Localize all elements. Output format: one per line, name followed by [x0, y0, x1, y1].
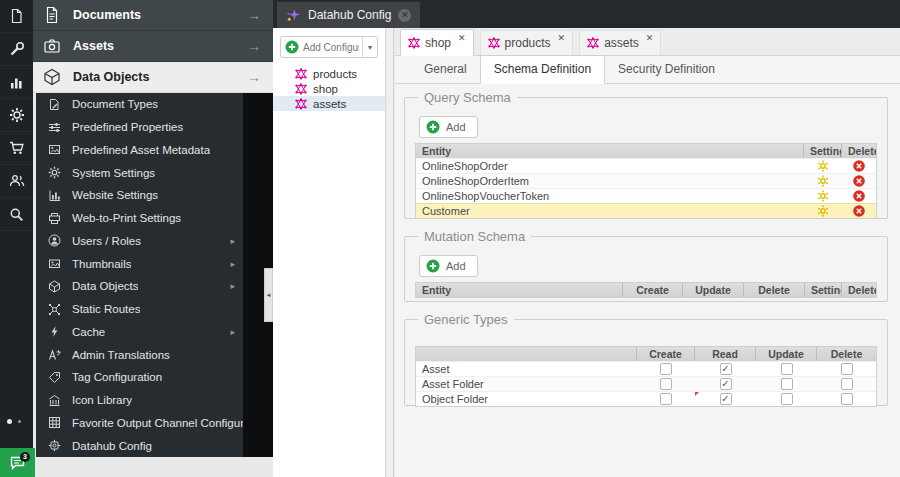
- column-header-delete[interactable]: Delete: [744, 283, 805, 297]
- read-cell-modified[interactable]: [695, 392, 756, 406]
- delete-cell[interactable]: [817, 362, 876, 376]
- graphql-icon: [295, 98, 307, 110]
- delete-button[interactable]: [842, 159, 876, 173]
- configuration-tree: products shop assets: [273, 66, 385, 111]
- camera-icon: [43, 37, 61, 55]
- create-cell[interactable]: [637, 392, 695, 406]
- documents-rail-button[interactable]: [0, 0, 33, 33]
- sidebar-item-data-objects[interactable]: Data Objects ▸: [36, 275, 243, 298]
- add-configuration-button[interactable]: Add Configuration ▾: [280, 36, 378, 58]
- sidebar-item-favorite-output-channel-configurations[interactable]: Favorite Output Channel Configurations: [36, 412, 243, 435]
- sidebar-item-admin-translations[interactable]: Admin Translations: [36, 343, 243, 366]
- column-header-read[interactable]: Read: [695, 347, 756, 361]
- column-header-update[interactable]: Update: [683, 283, 744, 297]
- tree-item-shop[interactable]: shop: [273, 81, 385, 96]
- update-cell[interactable]: [756, 362, 817, 376]
- reports-rail-button[interactable]: [0, 66, 33, 99]
- delete-cell[interactable]: [817, 392, 876, 406]
- delete-cell[interactable]: [817, 377, 876, 391]
- sidebar-item-static-routes[interactable]: Static Routes: [36, 298, 243, 321]
- menu-section-data-objects[interactable]: Data Objects →: [33, 62, 273, 93]
- sidebar-item-system-settings[interactable]: System Settings: [36, 161, 243, 184]
- delete-button[interactable]: [842, 174, 876, 188]
- generic-types-grid: Create Read Update Delete Asset Asset Fo…: [415, 346, 877, 407]
- tree-item-products[interactable]: products: [273, 66, 385, 81]
- column-header-delete[interactable]: Delete: [817, 347, 876, 361]
- table-row[interactable]: OnlineShopOrderItem: [416, 173, 876, 188]
- column-header-entity[interactable]: Entity: [416, 144, 804, 158]
- checkbox: [720, 363, 732, 375]
- graphql-icon: [587, 37, 599, 49]
- read-cell[interactable]: [695, 362, 756, 376]
- ecommerce-rail-button[interactable]: [0, 132, 33, 165]
- sidebar-item-predefined-asset-metadata[interactable]: Predefined Asset Metadata: [36, 139, 243, 162]
- sidebar-item-thumbnails[interactable]: Thumbnails ▸: [36, 252, 243, 275]
- tab-schema-definition[interactable]: Schema Definition: [480, 55, 605, 84]
- menu-section-assets[interactable]: Assets →: [33, 31, 273, 62]
- tab-general[interactable]: General: [411, 56, 480, 83]
- create-cell[interactable]: [637, 362, 695, 376]
- close-icon[interactable]: ✕: [458, 33, 466, 43]
- tab-security-definition[interactable]: Security Definition: [605, 56, 728, 83]
- settings-rail-button[interactable]: [0, 99, 33, 132]
- create-cell[interactable]: [637, 377, 695, 391]
- settings-button[interactable]: [804, 204, 842, 218]
- update-cell[interactable]: [756, 392, 817, 406]
- tab-assets[interactable]: assets ✕: [579, 30, 661, 55]
- table-row: Asset: [416, 361, 876, 376]
- column-header-settings[interactable]: Settings: [804, 144, 842, 158]
- table-row[interactable]: OnlineShopVoucherToken: [416, 188, 876, 203]
- sidebar-item-predefined-properties[interactable]: Predefined Properties: [36, 116, 243, 139]
- more-indicator: [7, 419, 21, 424]
- settings-button[interactable]: [804, 159, 842, 173]
- column-header-update[interactable]: Update: [756, 347, 817, 361]
- sidebar-item-users-roles[interactable]: Users / Roles ▸: [36, 230, 243, 253]
- delete-button[interactable]: [842, 204, 876, 218]
- column-header-entity[interactable]: Entity: [416, 283, 623, 297]
- query-schema-add-button[interactable]: Add: [419, 116, 478, 138]
- menu-section-documents[interactable]: Documents →: [33, 0, 273, 31]
- search-rail-button[interactable]: [0, 198, 33, 231]
- sidebar-item-website-settings[interactable]: Website Settings: [36, 184, 243, 207]
- definition-tabs: General Schema Definition Security Defin…: [395, 56, 900, 84]
- panel-collapse-handle[interactable]: ◂: [264, 268, 273, 322]
- settings-button[interactable]: [804, 174, 842, 188]
- table-row-selected[interactable]: Customer: [416, 203, 876, 218]
- panel-splitter[interactable]: [387, 28, 394, 477]
- sidebar-item-document-types[interactable]: Document Types: [36, 93, 243, 116]
- grid-icon: [47, 416, 61, 430]
- sidebar-item-icon-library[interactable]: Icon Library: [36, 389, 243, 412]
- users-rail-button[interactable]: [0, 165, 33, 198]
- file-icon: [9, 8, 24, 24]
- notifications-button[interactable]: 3: [0, 448, 35, 477]
- sidebar-item-tag-configuration[interactable]: Tag Configuration: [36, 366, 243, 389]
- close-icon[interactable]: ✕: [646, 33, 654, 43]
- submenu-arrow-icon: ▸: [230, 236, 235, 246]
- tab-shop[interactable]: shop ✕: [400, 29, 474, 56]
- column-header-delete-action[interactable]: Delete: [842, 283, 876, 297]
- settings-button[interactable]: [804, 189, 842, 203]
- column-header-create[interactable]: Create: [637, 347, 695, 361]
- mutation-schema-add-button[interactable]: Add: [419, 255, 478, 277]
- delete-button[interactable]: [842, 189, 876, 203]
- update-cell[interactable]: [756, 377, 817, 391]
- sidebar-item-cache[interactable]: Cache ▸: [36, 321, 243, 344]
- column-header-delete[interactable]: Delete: [842, 144, 876, 158]
- dropdown-arrow-icon[interactable]: ▾: [362, 37, 377, 57]
- tools-rail-button[interactable]: [0, 33, 33, 66]
- table-row[interactable]: OnlineShopOrder: [416, 158, 876, 173]
- read-cell[interactable]: [695, 377, 756, 391]
- cube-icon: [43, 68, 61, 86]
- icon-rail: [0, 0, 33, 477]
- close-icon[interactable]: ✕: [558, 33, 566, 43]
- tab-products[interactable]: products ✕: [480, 30, 574, 55]
- sidebar-item-web-to-print-settings[interactable]: Web-to-Print Settings: [36, 207, 243, 230]
- add-button-label: Add: [446, 260, 466, 272]
- column-header-create[interactable]: Create: [623, 283, 683, 297]
- column-header-settings[interactable]: Settings: [805, 283, 842, 297]
- close-icon[interactable]: ✕: [398, 9, 411, 22]
- sidebar-item-datahub-config[interactable]: Datahub Config: [36, 434, 243, 457]
- add-button-label: Add: [446, 121, 466, 133]
- tree-item-assets[interactable]: assets: [273, 96, 385, 111]
- workspace-tab-datahub-config[interactable]: Datahub Config ✕: [277, 2, 420, 28]
